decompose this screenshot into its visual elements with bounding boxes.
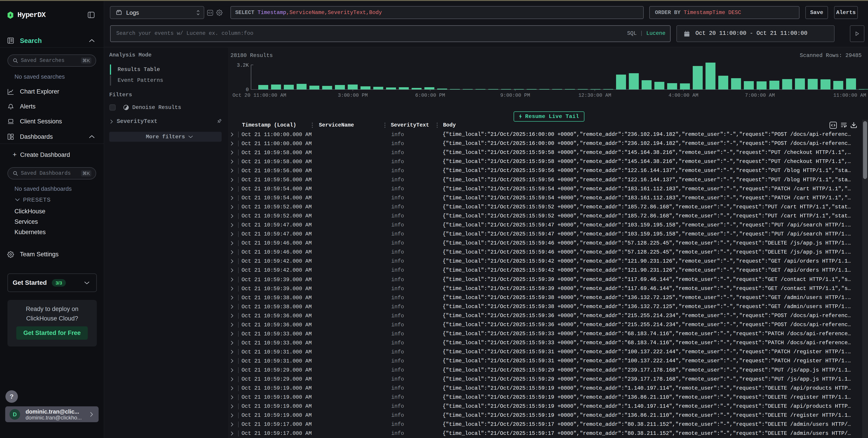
svg-text:12:30:00 AM: 12:30:00 AM <box>578 93 611 98</box>
svg-text:Oct 20 11:00:00 AM: Oct 20 11:00:00 AM <box>232 93 286 98</box>
svg-text:3.2K: 3.2K <box>237 63 249 68</box>
svg-text:3:00:00 PM: 3:00:00 PM <box>338 93 368 98</box>
svg-text:0: 0 <box>246 87 249 93</box>
svg-text:11:00:00 AM: 11:00:00 AM <box>833 93 866 98</box>
svg-text:6:00:00 PM: 6:00:00 PM <box>415 93 445 98</box>
svg-text:9:00:00 PM: 9:00:00 PM <box>500 93 530 98</box>
svg-text:4:00:00 AM: 4:00:00 AM <box>669 93 699 98</box>
svg-text:7:00:00 AM: 7:00:00 AM <box>745 93 775 98</box>
